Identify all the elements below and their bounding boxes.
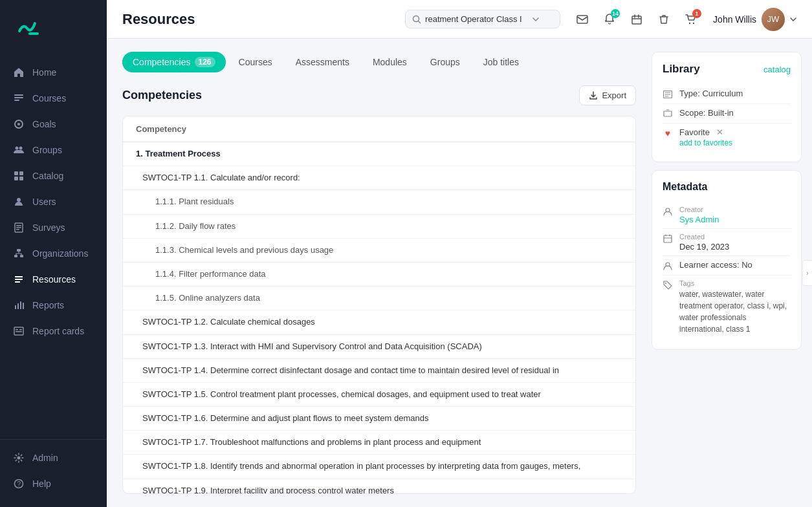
metadata-created-row: Created Dec 19, 2023 [663, 229, 791, 256]
svg-rect-20 [17, 303, 19, 309]
svg-rect-24 [16, 329, 18, 330]
creator-value[interactable]: Sys Admin [679, 215, 791, 224]
svg-rect-13 [16, 225, 21, 226]
tab-courses[interactable]: Courses [228, 52, 283, 72]
svg-rect-17 [14, 255, 17, 257]
user-info[interactable]: John Willis JW [713, 8, 796, 31]
admin-icon [13, 452, 25, 464]
library-card: Library catalog Type: Curriculum [652, 52, 802, 162]
creator-label: Creator [679, 206, 791, 213]
created-value: Dec 19, 2023 [679, 242, 791, 252]
tags-label: Tags [679, 279, 791, 287]
sidebar-item-reports[interactable]: Reports [0, 292, 107, 318]
goals-icon [13, 118, 25, 130]
learner-icon [663, 261, 673, 271]
scope-icon [663, 109, 673, 119]
metadata-card: Metadata Creator Sys Admin Created [652, 170, 802, 350]
trash-icon [659, 14, 668, 25]
remove-favorite-button[interactable]: ✕ [716, 127, 723, 137]
tags-icon [663, 280, 673, 290]
svg-point-6 [19, 147, 23, 150]
search-input[interactable] [425, 14, 529, 24]
panel-collapse-button[interactable]: › [802, 260, 812, 286]
svg-rect-19 [15, 305, 16, 309]
search-box[interactable] [405, 10, 560, 28]
tab-modules[interactable]: Modules [362, 52, 417, 72]
home-icon [13, 67, 25, 78]
created-label: Created [679, 233, 791, 241]
svg-rect-22 [23, 303, 24, 309]
catalog-link[interactable]: catalog [763, 65, 791, 74]
export-icon [589, 91, 598, 100]
right-panel: Library catalog Type: Curriculum [652, 39, 812, 507]
sidebar-item-goals[interactable]: Goals [0, 111, 107, 137]
svg-rect-8 [19, 171, 23, 175]
metadata-tags-row: Tags water, wastewater, water treatment … [663, 275, 791, 339]
svg-rect-36 [664, 111, 672, 116]
sidebar-item-surveys[interactable]: Surveys [0, 215, 107, 241]
sidebar-item-home[interactable]: Home [0, 59, 107, 85]
section-header: Competencies Export [122, 85, 636, 105]
svg-point-5 [16, 147, 19, 150]
svg-rect-31 [577, 16, 587, 23]
sidebar-item-resources[interactable]: Resources [0, 266, 107, 292]
sidebar-item-catalog[interactable]: Catalog [0, 163, 107, 189]
svg-rect-18 [20, 255, 23, 257]
favorite-label: Favorite [679, 127, 710, 137]
header-icons: 14 1 [571, 8, 703, 31]
cart-button[interactable]: 1 [679, 8, 703, 31]
sidebar-item-help[interactable]: ? Help [0, 471, 107, 497]
svg-point-33 [689, 22, 690, 23]
table-row: SWTOC1-TP 1.9. Interpret facility and pr… [123, 479, 635, 494]
learner-access: Learner access: No [679, 260, 752, 270]
svg-rect-10 [19, 177, 23, 180]
avatar: JW [762, 8, 785, 31]
metadata-title: Metadata [663, 181, 791, 193]
svg-rect-16 [17, 249, 21, 252]
calendar-meta-icon [663, 233, 673, 244]
sidebar-item-users[interactable]: Users [0, 189, 107, 215]
sidebar-item-report-cards[interactable]: Report cards [0, 318, 107, 344]
search-icon [412, 15, 421, 24]
calendar-button[interactable] [625, 8, 648, 31]
svg-rect-26 [16, 331, 22, 332]
library-favorite-row: ♥ Favorite ✕ add to favorites [663, 124, 791, 151]
svg-point-27 [17, 457, 21, 460]
sidebar-item-courses[interactable]: Courses [0, 85, 107, 111]
tab-competencies[interactable]: Competencies 126 [122, 52, 226, 72]
table-row: 1.1.1. Plant residuals [123, 190, 635, 214]
sidebar-item-groups[interactable]: Groups [0, 137, 107, 163]
mail-icon [576, 15, 588, 24]
sidebar: Home Courses Goals Groups Catalog [0, 0, 107, 507]
table-header: Competency [123, 116, 635, 142]
groups-icon [13, 144, 25, 156]
library-type-row: Type: Curriculum [663, 85, 791, 104]
main-area: Resources [107, 0, 812, 507]
sidebar-item-admin[interactable]: Admin [0, 445, 107, 471]
svg-rect-38 [664, 235, 672, 243]
catalog-icon [13, 170, 25, 182]
svg-rect-7 [14, 171, 18, 175]
table-row: SWTOC1-TP 1.7. Troubleshoot malfunctions… [123, 431, 635, 455]
svg-rect-14 [16, 227, 21, 228]
add-to-favorites-link[interactable]: add to favorites [679, 138, 791, 147]
logo-icon[interactable] [13, 13, 44, 44]
svg-point-11 [17, 198, 21, 202]
table-row: SWTOC1-TP 1.6. Determine and adjust plan… [123, 407, 635, 431]
mail-button[interactable] [571, 8, 594, 31]
type-label: Type: Curriculum [679, 89, 743, 98]
courses-icon [13, 92, 25, 104]
user-chevron-icon [790, 17, 796, 21]
creator-icon [663, 206, 673, 217]
page-title: Resources [122, 11, 195, 28]
export-button[interactable]: Export [579, 85, 636, 105]
notifications-button[interactable]: 14 [598, 8, 621, 31]
search-dropdown-button[interactable] [532, 17, 539, 21]
svg-rect-0 [14, 94, 23, 96]
tab-groups[interactable]: Groups [420, 52, 470, 72]
tab-job-titles[interactable]: Job titles [473, 52, 529, 72]
trash-button[interactable] [652, 8, 675, 31]
sidebar-item-organizations[interactable]: Organizations [0, 241, 107, 266]
tab-assessments[interactable]: Assessments [285, 52, 360, 72]
heart-icon: ♥ [665, 128, 670, 138]
